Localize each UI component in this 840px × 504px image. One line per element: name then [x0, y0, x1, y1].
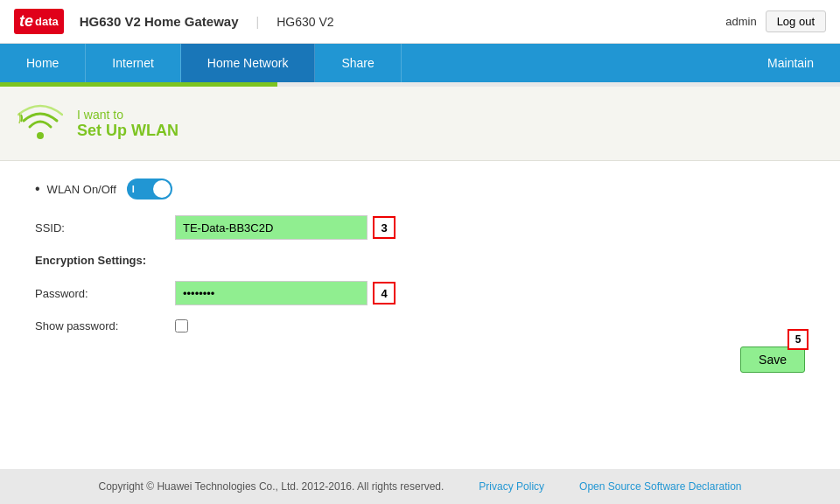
encryption-row: Encryption Settings: [35, 254, 805, 267]
show-password-row: Show password: [35, 319, 805, 332]
main-nav: Home Internet Home Network Share Maintai… [0, 44, 840, 82]
page-header-text: I want to Set Up WLAN [77, 108, 178, 140]
encryption-label: Encryption Settings: [35, 254, 175, 267]
password-row: Password: 4 [35, 281, 805, 305]
save-row: 5 Save [35, 346, 805, 373]
logo: te data [14, 9, 64, 34]
password-label: Password: [35, 287, 175, 300]
footer-copyright: Copyright © Huawei Technologies Co., Ltd… [99, 480, 444, 493]
logo-data: data [35, 15, 59, 28]
footer: Copyright © Huawei Technologies Co., Ltd… [0, 469, 840, 504]
nav-item-home-network[interactable]: Home Network [181, 44, 316, 82]
nav-item-home[interactable]: Home [0, 44, 86, 82]
ssid-label: SSID: [35, 221, 175, 234]
set-up-wlan: Set Up WLAN [77, 122, 178, 140]
page-header: I want to Set Up WLAN [0, 87, 840, 161]
nav-item-maintain[interactable]: Maintain [741, 44, 840, 82]
header-divider: | [256, 15, 260, 29]
ssid-input-group: 3 [175, 215, 396, 240]
logout-button[interactable]: Log out [766, 10, 826, 32]
password-input[interactable] [175, 281, 368, 305]
password-input-group: 4 [175, 281, 396, 305]
save-badge: 5 [788, 329, 808, 350]
main-content: • WLAN On/Off I SSID: 3 Encryption Setti… [0, 161, 840, 390]
ssid-badge: 3 [373, 216, 396, 239]
ssid-input[interactable] [175, 215, 368, 240]
admin-label: admin [725, 15, 756, 28]
bullet: • [35, 181, 40, 197]
show-password-checkbox[interactable] [175, 319, 188, 332]
header-model: HG630 V2 [276, 15, 333, 29]
wlan-label: WLAN On/Off [47, 183, 116, 196]
wifi-icon [18, 101, 63, 146]
logo-area: te data HG630 V2 Home Gateway | HG630 V2 [14, 9, 334, 34]
ssid-row: SSID: 3 [35, 215, 805, 240]
nav-item-internet[interactable]: Internet [86, 44, 180, 82]
header-right: admin Log out [725, 10, 826, 32]
toggle-text: I [132, 184, 135, 194]
wlan-toggle-row: • WLAN On/Off I [35, 178, 805, 200]
save-button[interactable]: Save [740, 346, 805, 373]
nav-item-share[interactable]: Share [315, 44, 401, 82]
header: te data HG630 V2 Home Gateway | HG630 V2… [0, 0, 840, 44]
show-password-label: Show password: [35, 319, 175, 332]
i-want-to: I want to [77, 108, 178, 122]
password-badge: 4 [373, 282, 396, 304]
logo-te: te [19, 12, 33, 31]
svg-point-0 [37, 132, 44, 139]
footer-privacy-policy[interactable]: Privacy Policy [479, 480, 544, 493]
wlan-toggle[interactable]: I [127, 178, 172, 200]
toggle-knob [153, 180, 171, 198]
header-title: HG630 V2 Home Gateway [80, 14, 239, 29]
footer-open-source[interactable]: Open Source Software Declaration [579, 480, 741, 493]
save-button-wrap: 5 Save [740, 346, 805, 373]
